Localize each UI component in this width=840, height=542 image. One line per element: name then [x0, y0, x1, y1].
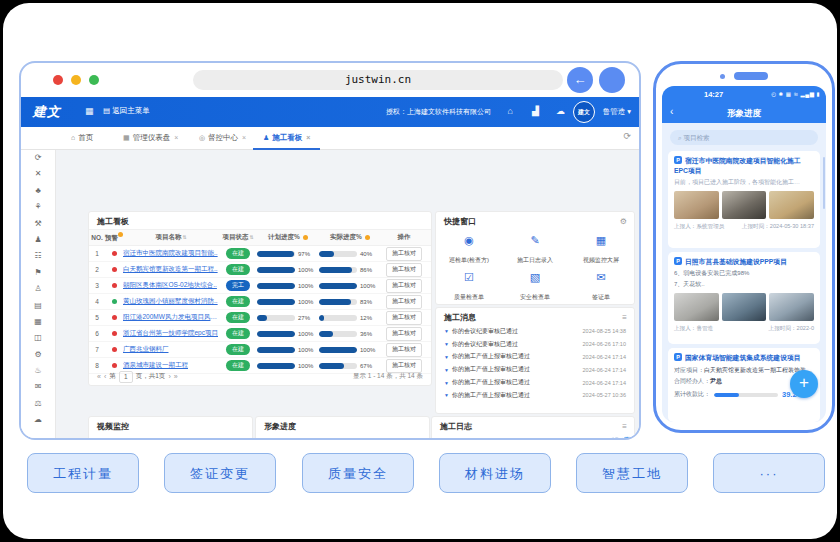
close-icon[interactable]: × [306, 134, 310, 141]
search-icon: ⌕ [678, 134, 682, 141]
message-item[interactable]: ▼你的施工产值上报审核已通过2024-06-24 17:14 [436, 376, 634, 389]
cloud-icon[interactable]: ☁ [556, 106, 565, 116]
site-photo[interactable] [674, 191, 719, 219]
video-thumbnail[interactable]: ▶ [89, 439, 151, 440]
sidebar-icon[interactable]: ♨ [21, 363, 55, 379]
user-menu[interactable]: 鲁管造 ▾ [603, 107, 631, 117]
first-page-icon[interactable]: « [97, 373, 101, 380]
table-row: 5 阳江港200MW风力发电项目风机.. 在建 27% 12% 施工核对 [89, 310, 431, 326]
sidebar-icon[interactable]: ⚒ [21, 216, 55, 232]
construction-check-button[interactable]: 施工核对 [386, 263, 422, 277]
sidebar-icon[interactable]: ◫ [21, 330, 55, 346]
home-icon[interactable]: ⌂ [508, 106, 513, 116]
tab-home[interactable]: ⌂首页 [61, 127, 103, 148]
sidebar-icon[interactable]: ☁ [21, 412, 55, 428]
tab-construction-board[interactable]: ♟施工看板× [253, 127, 320, 150]
quick-item-visa[interactable]: ✉签证单 [568, 268, 634, 305]
refresh-icon[interactable]: ⟳ [623, 131, 631, 141]
quick-item-safety-check[interactable]: ▧安全检查单 [502, 268, 568, 305]
sort-icon[interactable]: ⇅ [182, 234, 186, 240]
sidebar-icon[interactable]: ✉ [21, 379, 55, 395]
project-link[interactable]: 白天鹅宾馆更新改造第一期工程.. [123, 265, 219, 274]
sidebar-icon[interactable]: ⚙ [21, 347, 55, 363]
site-photo[interactable] [769, 293, 814, 321]
url-bar[interactable]: justwin.cn [193, 70, 563, 90]
sidebar-icon[interactable]: ⟳ [21, 150, 55, 166]
project-link[interactable]: 黄山玫瑰园小镇丽墅度假村消防.. [123, 297, 219, 306]
quick-item-log-entry[interactable]: ✎施工日志录入 [502, 231, 568, 268]
construction-check-button[interactable]: 施工核对 [386, 279, 422, 293]
project-link[interactable]: 宿迁市中医院南院改建项目智能.. [123, 249, 219, 258]
sidebar-icon[interactable]: ♣ [21, 183, 55, 199]
log-entry[interactable]: [2024-08-21]20240821043403 上报人：赵建设 - [432, 434, 634, 440]
sidebar-icon[interactable]: ☷ [21, 248, 55, 264]
sidebar-icon[interactable]: ⚘ [21, 199, 55, 215]
feature-button-more[interactable]: ··· [713, 453, 825, 493]
back-to-menu-link[interactable]: ▤ 返回主菜单 [103, 106, 150, 116]
site-photo[interactable] [674, 293, 719, 321]
project-link[interactable]: 广西兆业钢料厂 [123, 345, 219, 354]
sidebar-icon[interactable]: ✕ [21, 166, 55, 182]
construction-check-button[interactable]: 施工核对 [386, 247, 422, 261]
status-badge: 在建 [226, 248, 250, 259]
site-photo[interactable] [722, 293, 767, 321]
quick-item-inspection[interactable]: ◉巡检单(检查方) [436, 231, 502, 268]
feature-button-smart-site[interactable]: 智慧工地 [576, 453, 688, 493]
sidebar-icon[interactable]: ♟ [21, 232, 55, 248]
stats-icon[interactable]: ▟ [532, 106, 539, 116]
feature-button-measurement[interactable]: 工程计量 [27, 453, 139, 493]
site-photo[interactable] [769, 191, 814, 219]
minimize-window-icon[interactable] [71, 75, 81, 85]
message-item[interactable]: ▼你的施工产值上报审核已通过2024-06-24 17:14 [436, 363, 634, 376]
scrollbar[interactable] [823, 157, 825, 209]
close-icon[interactable]: × [242, 134, 246, 141]
construction-check-button[interactable]: 施工核对 [386, 343, 422, 357]
last-page-icon[interactable]: » [174, 373, 178, 380]
profile-circle-button[interactable] [599, 67, 625, 93]
add-button[interactable]: + [790, 370, 818, 398]
grid-icon[interactable]: ▦ [85, 106, 94, 116]
progress-card[interactable]: P宿迁市中医院南院改建项目智能化施工EPC项目 目前，项目已进入施工阶段，各项智… [668, 151, 820, 248]
sidebar-icon[interactable]: ▤ [21, 298, 55, 314]
maximize-window-icon[interactable] [89, 75, 99, 85]
message-item[interactable]: ▼你的施工产值上报审核已通过2024-06-24 17:14 [436, 351, 634, 364]
sidebar-icon[interactable]: ▦ [21, 314, 55, 330]
project-link[interactable]: 阳江港200MW风力发电项目风机.. [123, 313, 219, 322]
message-item[interactable]: ▼你的会议纪要审核已通过2024-06-26 17:10 [436, 338, 634, 351]
list-icon[interactable]: ≡ [622, 422, 627, 431]
feature-button-material-entry[interactable]: 材料进场 [439, 453, 551, 493]
back-circle-button[interactable]: ← [567, 67, 593, 93]
video-thumbnail[interactable]: ▶ [155, 439, 249, 440]
sort-icon[interactable]: ⇅ [249, 234, 253, 240]
quick-item-quality-check[interactable]: ☑质量检查单 [436, 268, 502, 305]
tab-supervision[interactable]: ◎督控中心× [189, 127, 256, 148]
page-input[interactable]: 1 [119, 371, 133, 383]
feature-button-visa-change[interactable]: 签证变更 [164, 453, 276, 493]
warning-dot [112, 251, 117, 256]
phone-screen: 14:27 ◴ ✱ ▦ ≋ ▂▄▆ ▮ ‹ 形象进度 ⌕ 项目检索 P宿迁市中医… [662, 86, 826, 422]
message-item[interactable]: ▼你的施工产值上报审核已通过2024-05-27 10:36 [436, 389, 634, 402]
sidebar-icon[interactable]: ⚖ [21, 396, 55, 412]
construction-check-button[interactable]: 施工核对 [386, 327, 422, 341]
search-input[interactable]: ⌕ 项目检索 [670, 130, 818, 145]
project-link[interactable]: 朝阳区奥体南区OS-02地块综合.. [123, 281, 219, 290]
sidebar-icon[interactable]: ⚑ [21, 265, 55, 281]
site-photo[interactable] [722, 191, 767, 219]
project-link[interactable]: 浙江省台州第一技师学院epc项目 [123, 329, 219, 338]
construction-check-button[interactable]: 施工核对 [386, 311, 422, 325]
quick-item-monitor-screen[interactable]: ▦视频监控大屏 [568, 231, 634, 268]
close-icon[interactable]: × [174, 134, 178, 141]
left-sidebar: ⟳ ✕ ♣ ⚘ ⚒ ♟ ☷ ⚑ ♙ ▤ ▦ ◫ ⚙ ♨ ✉ ⚖ ☁ [21, 150, 56, 438]
prev-page-icon[interactable]: ‹ [104, 373, 106, 380]
gear-icon[interactable]: ⚙ [620, 217, 627, 226]
construction-check-button[interactable]: 施工核对 [386, 295, 422, 309]
progress-card[interactable]: P日照市莒县基础设施建设PPP项目 6、弱电设备安装已完成98% 7、天花软..… [668, 252, 820, 344]
close-window-icon[interactable] [53, 75, 63, 85]
next-page-icon[interactable]: › [168, 373, 170, 380]
tab-dashboard[interactable]: ▦管理仪表盘× [113, 127, 188, 148]
content-area: ⟳ ✕ ♣ ⚘ ⚒ ♟ ☷ ⚑ ♙ ▤ ▦ ◫ ⚙ ♨ ✉ ⚖ ☁ 施工看板 [21, 150, 639, 438]
feature-button-quality-safety[interactable]: 质量安全 [302, 453, 414, 493]
sidebar-icon[interactable]: ♙ [21, 281, 55, 297]
message-item[interactable]: ▼你的会议纪要审核已通过2024-08-25 14:38 [436, 325, 634, 338]
list-icon[interactable]: ≡ [622, 313, 627, 322]
